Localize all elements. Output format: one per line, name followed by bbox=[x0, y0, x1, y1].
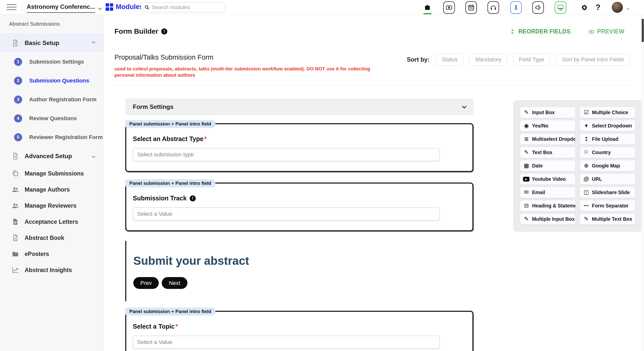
avatar-chevron-down-icon[interactable] bbox=[627, 6, 629, 11]
toolbox-button-label: Select Dropdown bbox=[592, 123, 632, 129]
gear-icon[interactable] bbox=[579, 1, 590, 14]
megaphone-icon[interactable] bbox=[532, 1, 544, 14]
field-panel-abstract-type[interactable]: Panel submission + Panel intro field Sel… bbox=[125, 123, 473, 172]
avatar[interactable] bbox=[612, 2, 623, 13]
step-number-badge: 3 bbox=[14, 96, 22, 104]
toolbox-heading-statement-button[interactable]: ⊟Heading & Statement bbox=[520, 200, 576, 211]
toolbox-select-dropdown-button[interactable]: ▾Select Dropdown bbox=[580, 120, 635, 131]
form-settings-bar[interactable]: Form Settings bbox=[125, 99, 473, 115]
file-icon bbox=[12, 218, 19, 226]
sidebar-item-label: Manage Authors bbox=[25, 186, 70, 193]
edit-icon: ✎ bbox=[523, 110, 530, 115]
sidebar-item-label: Manage Reviewers bbox=[25, 202, 76, 209]
edit-icon: ✎ bbox=[523, 150, 530, 155]
sidebar-item-submission-questions[interactable]: 2Submission Questions bbox=[0, 71, 103, 90]
field-panel-topic[interactable]: Panel submission + Panel intro field Sel… bbox=[125, 311, 473, 351]
toolbox-file-upload-button[interactable]: ↥File Upload bbox=[580, 133, 635, 145]
sidebar-item-label: Author Registration Form bbox=[29, 96, 97, 103]
sort-option-status[interactable]: Status bbox=[436, 54, 463, 66]
toolbox-multiselect-dropdown-button[interactable]: ≣Multiselect Dropdown bbox=[520, 133, 576, 145]
sidebar-item-manage-submissions[interactable]: Manage Submissions bbox=[0, 165, 103, 182]
toolbox-text-box-button[interactable]: ✎Text Box bbox=[520, 147, 576, 158]
toolbox-button-label: Multiselect Dropdown bbox=[532, 136, 576, 142]
step-number-badge: 5 bbox=[14, 133, 22, 141]
scrollbar[interactable] bbox=[641, 14, 644, 351]
sidebar-item-abstract-insights[interactable]: Abstract Insights bbox=[0, 262, 103, 278]
toolbox-google-map-button[interactable]: ⊕Google Map bbox=[580, 160, 635, 171]
sidebar-item-submission-settings[interactable]: 1Submission Settings bbox=[0, 52, 103, 71]
toolbox-multiple-text-box-button[interactable]: ✎Multiple Text Box bbox=[580, 213, 635, 225]
info-icon[interactable] bbox=[161, 28, 167, 34]
sidebar-item-label: Abstract Book bbox=[25, 235, 64, 241]
briefcase-icon[interactable] bbox=[422, 1, 433, 14]
chevron-up-icon bbox=[92, 41, 95, 45]
sidebar-item-acceptance-letters[interactable]: Acceptance Letters bbox=[0, 214, 103, 230]
panel-badge: Panel submission + Panel intro field bbox=[125, 120, 215, 128]
required-asterisk: * bbox=[204, 135, 207, 143]
sort-option-sort-by-panel-intro-fields[interactable]: Sort by Panel Intro Fields bbox=[556, 54, 630, 66]
search-icon bbox=[144, 5, 150, 10]
abstract-type-select-input[interactable] bbox=[133, 148, 440, 161]
help-icon[interactable]: ? bbox=[592, 1, 604, 14]
topic-select-input[interactable] bbox=[133, 336, 440, 349]
toolbox-button-label: Multiple Text Box bbox=[592, 216, 632, 222]
sort-controls: Sort by: StatusMandatoryField TypeSort b… bbox=[407, 54, 630, 66]
search-input[interactable] bbox=[152, 4, 222, 10]
toolbox-form-separator-button[interactable]: •••Form Separator bbox=[580, 200, 635, 211]
toolbox-button-label: Email bbox=[532, 190, 545, 195]
scrollbar-thumb[interactable] bbox=[642, 19, 644, 42]
conference-selector[interactable]: Astronomy Conferenc... bbox=[27, 3, 101, 13]
sidebar-item-label: Review Questions bbox=[29, 115, 77, 122]
toolbox-email-button[interactable]: ✉Email bbox=[520, 187, 576, 198]
sidebar-item-manage-reviewers[interactable]: Manage Reviewers bbox=[0, 198, 103, 214]
sort-option-field-type[interactable]: Field Type bbox=[513, 54, 550, 66]
prev-button[interactable]: Prev bbox=[133, 277, 159, 289]
chart-icon bbox=[12, 266, 19, 274]
submission-track-select-input[interactable] bbox=[133, 207, 440, 221]
sidebar-item-label: Submission Questions bbox=[29, 77, 89, 84]
sidebar-group-basic-setup[interactable]: Basic Setup bbox=[0, 33, 103, 52]
sidebar-item-reviewer-registration-form[interactable]: 5Reviewer Registration Form bbox=[0, 128, 103, 147]
rocket-icon[interactable] bbox=[510, 1, 522, 14]
toolbox-multiple-input-box-button[interactable]: ✎Multiple Input Box bbox=[520, 213, 576, 225]
sidebar-item-label: Abstract Insights bbox=[25, 267, 72, 274]
sidebar-group-advanced-setup[interactable]: Advanced Setup bbox=[0, 147, 103, 165]
sidebar: Abstract Submissions Basic Setup 1Submis… bbox=[0, 14, 104, 351]
toolbox-country-button[interactable]: ⚐Country bbox=[580, 147, 635, 158]
toolbox-date-button[interactable]: ▦Date bbox=[520, 160, 576, 171]
monitor-icon[interactable] bbox=[555, 1, 566, 14]
toolbox-url-button[interactable]: @URL bbox=[580, 173, 635, 185]
form-title: Proposal/Talks Submission Form bbox=[114, 54, 213, 61]
calendar-icon[interactable] bbox=[465, 1, 477, 14]
list-icon: ≣ bbox=[523, 136, 530, 142]
toolbox-button-label: Multiple Choice bbox=[592, 110, 628, 115]
headphones-icon[interactable] bbox=[488, 1, 499, 14]
eye-icon bbox=[588, 28, 595, 35]
preview-button[interactable]: PREVIEW bbox=[588, 28, 624, 35]
bill-icon[interactable] bbox=[443, 1, 455, 14]
sidebar-item-author-registration-form[interactable]: 3Author Registration Form bbox=[0, 90, 103, 109]
reorder-fields-button[interactable]: REORDER FIELDS bbox=[509, 28, 570, 35]
sidebar-item-abstract-book[interactable]: Abstract Book bbox=[0, 230, 103, 246]
sidebar-item-eposters[interactable]: ePosters bbox=[0, 246, 103, 262]
sidebar-item-manage-authors[interactable]: Manage Authors bbox=[0, 182, 103, 198]
toolbox-slideshare-slide-button[interactable]: ◫Slideshare Slide bbox=[580, 187, 635, 198]
field-toolbox: ✎Input Box☑Multiple Choice◉Yes/No▾Select… bbox=[513, 100, 642, 232]
sidebar-item-label: ePosters bbox=[25, 251, 49, 257]
info-icon[interactable] bbox=[190, 195, 196, 201]
toolbox-input-box-button[interactable]: ✎Input Box bbox=[520, 107, 576, 118]
at-icon: @ bbox=[583, 176, 590, 182]
next-button[interactable]: Next bbox=[162, 277, 187, 289]
divider bbox=[114, 85, 632, 85]
toolbox-youtube-video-button[interactable]: ▶Youtube Video bbox=[520, 173, 576, 185]
toolbox-yes-no-button[interactable]: ◉Yes/No bbox=[520, 120, 576, 131]
sidebar-item-review-questions[interactable]: 4Review Questions bbox=[0, 109, 103, 128]
toolbox-button-label: Input Box bbox=[532, 110, 555, 115]
toolbox-multiple-choice-button[interactable]: ☑Multiple Choice bbox=[580, 107, 635, 118]
field-panel-submission-track[interactable]: Panel submission + Panel intro field Sub… bbox=[125, 183, 473, 231]
modules-menu[interactable]: Modules bbox=[106, 3, 143, 11]
sort-option-mandatory[interactable]: Mandatory bbox=[469, 54, 507, 66]
toolbox-button-label: File Upload bbox=[592, 136, 618, 142]
hamburger-menu-icon[interactable] bbox=[7, 4, 17, 10]
toolbox-button-label: Youtube Video bbox=[532, 176, 566, 182]
